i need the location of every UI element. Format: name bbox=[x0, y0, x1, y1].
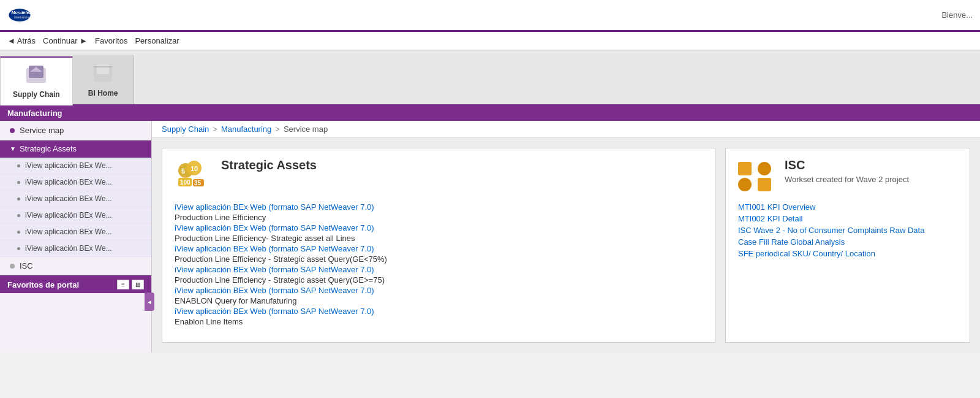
sidebar-sub-iview4[interactable]: iView aplicación BEx We... bbox=[0, 207, 151, 224]
list-view-icon[interactable]: ≡ bbox=[117, 280, 129, 289]
sidebar-item-strategic-assets-label: Strategic Assets bbox=[20, 144, 77, 153]
content-area: Supply Chain > Manufacturing > Service m… bbox=[152, 121, 980, 353]
svg-rect-7 bbox=[97, 64, 109, 74]
sidebar-sub-dot-icon-3 bbox=[17, 197, 20, 201]
sidebar-bullet-isc-icon bbox=[10, 264, 15, 269]
sidebar-item-isc[interactable]: ISC bbox=[0, 257, 151, 275]
sidebar-sub-iview3-label: iView aplicación BEx We... bbox=[25, 194, 112, 203]
sidebar-sub-iview5[interactable]: iView aplicación BEx We... bbox=[0, 224, 151, 240]
panel-title-area: Strategic Assets bbox=[221, 158, 317, 176]
sa-text-3: Production Line Efficiency - Strategic a… bbox=[175, 254, 703, 264]
sidebar-sub-iview6[interactable]: iView aplicación BEx We... bbox=[0, 240, 151, 257]
sidebar-sub-dot-icon-5 bbox=[17, 231, 20, 234]
isc-title-area: ISC Workset created for Wave 2 project bbox=[785, 158, 909, 184]
isc-title: ISC bbox=[785, 158, 909, 172]
sidebar-sub-iview6-label: iView aplicación BEx We... bbox=[25, 244, 112, 253]
sidebar: Service map ▼ Strategic Assets iView apl… bbox=[0, 121, 152, 353]
sidebar-item-service-map[interactable]: Service map bbox=[0, 121, 151, 140]
strategic-assets-title: Strategic Assets bbox=[221, 158, 317, 172]
sidebar-toggle[interactable]: ◄ bbox=[145, 293, 154, 311]
svg-text:Mondelez: Mondelez bbox=[11, 10, 31, 15]
svg-text:5: 5 bbox=[181, 167, 185, 175]
isc-square-tl bbox=[738, 162, 752, 175]
panel-header: 5 10 100 35 Strategic Assets bbox=[175, 158, 703, 195]
sa-link-4[interactable]: iView aplicación BEx Web (formato SAP Ne… bbox=[175, 265, 703, 274]
sidebar-sub-dot-icon-6 bbox=[17, 247, 20, 250]
sub-nav-label: Manufacturing bbox=[7, 109, 62, 118]
sidebar-arrow-icon: ▼ bbox=[10, 145, 16, 152]
sa-link-6[interactable]: iView aplicación BEx Web (formato SAP Ne… bbox=[175, 307, 703, 316]
breadcrumb-supply-chain[interactable]: Supply Chain bbox=[162, 124, 209, 134]
sa-text-6: Enablon Line Items bbox=[175, 317, 703, 326]
sidebar-sub-iview1-label: iView aplicación BEx We... bbox=[25, 161, 112, 170]
isc-header: ISC Workset created for Wave 2 project bbox=[738, 158, 957, 195]
svg-text:10: 10 bbox=[190, 165, 198, 172]
tab-bi-home[interactable]: BI Home bbox=[73, 55, 134, 104]
content-panels: 5 10 100 35 Strategic Assets iView aplic… bbox=[152, 138, 980, 353]
nav-bar: ◄ Atrás Continuar ► Favoritos Personaliz… bbox=[0, 32, 980, 50]
back-link[interactable]: ◄ Atrás bbox=[7, 36, 36, 45]
sidebar-item-isc-label: ISC bbox=[20, 261, 33, 270]
isc-link-3[interactable]: ISC Wave 2 - No of Consumer Complaints R… bbox=[738, 226, 957, 235]
breadcrumb-manufacturing[interactable]: Manufacturing bbox=[221, 124, 271, 134]
isc-circle-tr bbox=[758, 162, 771, 175]
sidebar-sub-iview2[interactable]: iView aplicación BEx We... bbox=[0, 174, 151, 191]
sub-nav: Manufacturing bbox=[0, 105, 980, 121]
sa-link-5[interactable]: iView aplicación BEx Web (formato SAP Ne… bbox=[175, 286, 703, 295]
sidebar-sub-dot-icon-2 bbox=[17, 181, 20, 184]
breadcrumb-service-map: Service map bbox=[284, 124, 328, 134]
breadcrumb-sep-1: > bbox=[213, 124, 217, 134]
sidebar-wrapper: Service map ▼ Strategic Assets iView apl… bbox=[0, 121, 980, 353]
sidebar-item-service-map-label: Service map bbox=[20, 126, 64, 135]
mondelez-logo-icon: Mondelez International bbox=[7, 6, 32, 25]
sa-text-4: Production Line Efficiency - Strategic a… bbox=[175, 275, 703, 285]
sidebar-bullet-icon bbox=[10, 128, 15, 133]
isc-link-5[interactable]: SFE periodical SKU/ Country/ Location bbox=[738, 249, 957, 258]
continue-link[interactable]: Continuar ► bbox=[43, 36, 88, 45]
sa-link-2[interactable]: iView aplicación BEx Web (formato SAP Ne… bbox=[175, 223, 703, 232]
isc-link-2[interactable]: MTI002 KPI Detail bbox=[738, 214, 957, 223]
isc-link-1[interactable]: MTI001 KPI Overview bbox=[738, 202, 957, 212]
supply-chain-tab-icon bbox=[24, 63, 48, 88]
welcome-text: Bienve... bbox=[941, 10, 973, 20]
isc-panel: ISC Workset created for Wave 2 project M… bbox=[725, 148, 970, 343]
isc-circle-bl bbox=[738, 178, 752, 191]
strategic-assets-entries: iView aplicación BEx Web (formato SAP Ne… bbox=[175, 202, 703, 326]
personalizar-link[interactable]: Personalizar bbox=[135, 36, 179, 45]
isc-square-br bbox=[758, 178, 771, 191]
svg-text:International: International bbox=[14, 16, 30, 19]
sidebar-item-strategic-assets[interactable]: ▼ Strategic Assets bbox=[0, 140, 151, 158]
logo: Mondelez International bbox=[7, 6, 34, 25]
strategic-assets-panel: 5 10 100 35 Strategic Assets iView aplic… bbox=[162, 148, 715, 343]
sa-link-1[interactable]: iView aplicación BEx Web (formato SAP Ne… bbox=[175, 202, 703, 212]
breadcrumb-sep-2: > bbox=[275, 124, 280, 134]
tab-supply-chain-label: Supply Chain bbox=[13, 90, 60, 99]
sidebar-sub-iview3[interactable]: iView aplicación BEx We... bbox=[0, 191, 151, 207]
sa-text-1: Production Line Efficiency bbox=[175, 213, 703, 222]
isc-links: MTI001 KPI Overview MTI002 KPI Detail IS… bbox=[738, 202, 957, 258]
sa-link-3[interactable]: iView aplicación BEx Web (formato SAP Ne… bbox=[175, 244, 703, 253]
sidebar-bottom-label: Favoritos de portal bbox=[7, 280, 79, 289]
isc-icon-group bbox=[738, 158, 775, 195]
sidebar-sub-iview4-label: iView aplicación BEx We... bbox=[25, 211, 112, 220]
svg-text:100: 100 bbox=[180, 179, 190, 186]
sidebar-sub-dot-icon bbox=[17, 164, 20, 167]
sidebar-bottom[interactable]: Favoritos de portal ≡ ⊞ bbox=[0, 275, 151, 293]
tabs-area: Supply Chain BI Home bbox=[0, 50, 980, 105]
top-bar: Mondelez International Bienve... bbox=[0, 0, 980, 32]
favoritos-link[interactable]: Favoritos bbox=[95, 36, 127, 45]
sidebar-sub-dot-icon-4 bbox=[17, 214, 20, 217]
sidebar-sub-iview1[interactable]: iView aplicación BEx We... bbox=[0, 158, 151, 174]
sidebar-collapse-icon: ◄ bbox=[146, 299, 153, 305]
strategic-assets-panel-icon: 5 10 100 35 bbox=[175, 158, 211, 195]
isc-subtitle: Workset created for Wave 2 project bbox=[785, 175, 909, 184]
tab-supply-chain[interactable]: Supply Chain bbox=[0, 56, 73, 105]
svg-text:35: 35 bbox=[194, 180, 202, 186]
sidebar-sub-iview5-label: iView aplicación BEx We... bbox=[25, 228, 112, 236]
bi-home-tab-icon bbox=[91, 62, 115, 86]
sa-text-2: Production Line Efficiency- Strategic as… bbox=[175, 234, 703, 243]
grid-view-icon[interactable]: ⊞ bbox=[132, 280, 144, 289]
sidebar-sub-iview2-label: iView aplicación BEx We... bbox=[25, 178, 112, 186]
sidebar-bottom-icons: ≡ ⊞ bbox=[117, 280, 144, 289]
isc-link-4[interactable]: Case Fill Rate Global Analysis bbox=[738, 237, 957, 247]
